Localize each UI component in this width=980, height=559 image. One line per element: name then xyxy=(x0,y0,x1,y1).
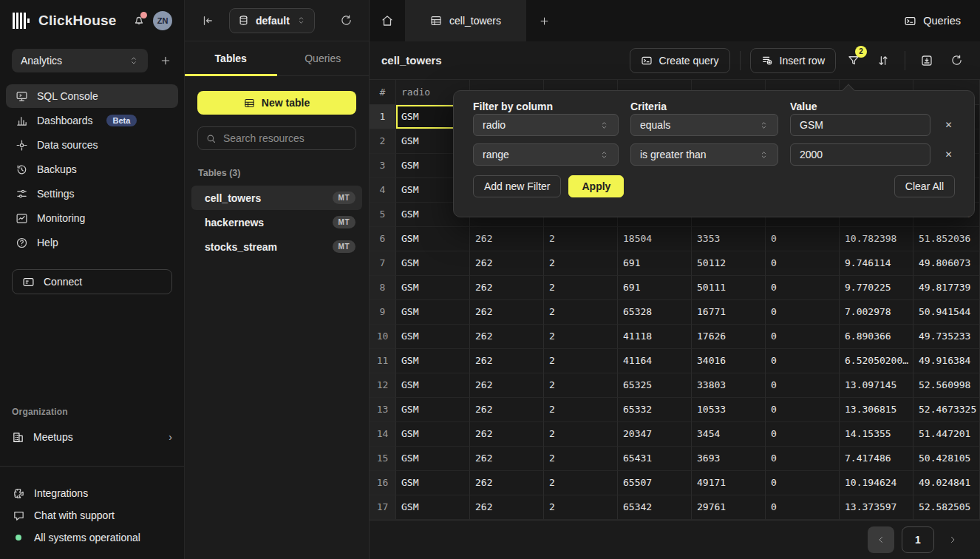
add-workspace-button[interactable] xyxy=(160,55,171,67)
table-cell[interactable]: 0 xyxy=(766,422,840,447)
sidebar-item-backups[interactable]: Backups xyxy=(6,157,178,181)
search-resources-input[interactable]: Search resources xyxy=(197,126,356,150)
clear-all-filters-button[interactable]: Clear All xyxy=(894,175,955,197)
insert-row-button[interactable]: Insert row xyxy=(750,48,836,73)
table-cell[interactable]: 2 xyxy=(544,373,618,398)
database-select[interactable]: default xyxy=(229,8,315,33)
table-cell[interactable]: 49.806073 xyxy=(913,251,980,276)
table-cell[interactable]: 52.560998 xyxy=(913,373,980,398)
table-cell[interactable]: 3693 xyxy=(692,447,766,471)
table-cell[interactable]: 52.582505 xyxy=(913,495,980,520)
tab-tables[interactable]: Tables xyxy=(185,41,277,75)
table-cell[interactable]: GSM xyxy=(396,276,470,300)
table-cell[interactable]: 0 xyxy=(766,495,840,520)
table-cell[interactable]: 49.916384 xyxy=(913,349,980,373)
table-cell[interactable]: 65431 xyxy=(618,447,692,471)
row-number[interactable]: 8 xyxy=(370,276,396,300)
table-list-item-cell_towers[interactable]: cell_towersMT xyxy=(191,186,362,210)
table-cell[interactable]: 262 xyxy=(470,300,544,325)
table-cell[interactable]: 49171 xyxy=(692,471,766,495)
row-number[interactable]: 4 xyxy=(370,178,396,203)
table-cell[interactable]: 2 xyxy=(544,471,618,495)
filter-criteria-select-1[interactable]: equals xyxy=(630,114,778,136)
row-number[interactable]: 12 xyxy=(370,373,396,398)
previous-page-button[interactable] xyxy=(868,526,894,553)
filter-value-input-2[interactable]: 2000 xyxy=(790,143,930,166)
table-cell[interactable]: 51.852036 xyxy=(913,227,980,251)
sidebar-item-meetups[interactable]: Meetups › xyxy=(12,424,172,450)
table-cell[interactable]: 262 xyxy=(470,398,544,422)
table-cell[interactable]: 2 xyxy=(544,300,618,325)
table-cell[interactable]: 7.417486 xyxy=(840,447,913,471)
table-cell[interactable]: 262 xyxy=(470,495,544,520)
table-cell[interactable]: 0 xyxy=(766,276,840,300)
sidebar-item-data-sources[interactable]: Data sources xyxy=(6,133,178,157)
home-tab-button[interactable] xyxy=(370,14,405,27)
table-cell[interactable]: 691 xyxy=(618,276,692,300)
table-cell[interactable]: 65325 xyxy=(618,373,692,398)
table-cell[interactable]: 6.890366 xyxy=(840,325,913,349)
table-cell[interactable]: 13.373597 xyxy=(840,495,913,520)
tab-queries[interactable]: Queries xyxy=(277,41,370,75)
tab-cell-towers[interactable]: cell_towers xyxy=(405,0,526,41)
table-cell[interactable]: GSM xyxy=(396,398,470,422)
table-cell[interactable]: 2 xyxy=(544,398,618,422)
table-cell[interactable]: GSM xyxy=(396,349,470,373)
user-avatar[interactable]: ZN xyxy=(153,11,172,30)
row-number[interactable]: 13 xyxy=(370,398,396,422)
table-cell[interactable]: 262 xyxy=(470,349,544,373)
table-cell[interactable]: 3454 xyxy=(692,422,766,447)
table-cell[interactable]: 262 xyxy=(470,447,544,471)
table-cell[interactable]: 0 xyxy=(766,447,840,471)
table-cell[interactable]: 50112 xyxy=(692,251,766,276)
table-list-item-hackernews[interactable]: hackernewsMT xyxy=(191,210,362,234)
table-cell[interactable]: 20347 xyxy=(618,422,692,447)
row-number[interactable]: 3 xyxy=(370,154,396,178)
workspace-select[interactable]: Analytics xyxy=(12,49,148,72)
add-new-filter-button[interactable]: Add new Filter xyxy=(473,175,561,197)
new-tab-button[interactable] xyxy=(526,16,562,27)
sidebar-item-monitoring[interactable]: Monitoring xyxy=(6,206,178,230)
table-cell[interactable]: GSM xyxy=(396,422,470,447)
table-cell[interactable]: 65342 xyxy=(618,495,692,520)
table-cell[interactable]: 16771 xyxy=(692,300,766,325)
system-status[interactable]: All systems operational xyxy=(12,526,172,549)
table-cell[interactable]: 17626 xyxy=(692,325,766,349)
table-cell[interactable]: 49.817739 xyxy=(913,276,980,300)
row-number[interactable]: 17 xyxy=(370,495,396,520)
sidebar-item-integrations[interactable]: Integrations xyxy=(12,482,172,504)
table-cell[interactable]: 50.428105 xyxy=(913,447,980,471)
table-cell[interactable]: 262 xyxy=(470,227,544,251)
table-cell[interactable]: 262 xyxy=(470,471,544,495)
table-cell[interactable]: 51.447201 xyxy=(913,422,980,447)
table-cell[interactable]: GSM xyxy=(396,447,470,471)
table-cell[interactable]: 7.002978 xyxy=(840,300,913,325)
row-number[interactable]: 10 xyxy=(370,325,396,349)
table-cell[interactable]: 2 xyxy=(544,251,618,276)
table-cell[interactable]: 2 xyxy=(544,422,618,447)
row-number[interactable]: 5 xyxy=(370,203,396,227)
table-cell[interactable]: GSM xyxy=(396,251,470,276)
table-cell[interactable]: 33803 xyxy=(692,373,766,398)
table-cell[interactable]: 65328 xyxy=(618,300,692,325)
table-cell[interactable]: 41164 xyxy=(618,349,692,373)
row-number[interactable]: 9 xyxy=(370,300,396,325)
table-cell[interactable]: 0 xyxy=(766,349,840,373)
table-cell[interactable]: 0 xyxy=(766,325,840,349)
table-cell[interactable]: 0 xyxy=(766,373,840,398)
table-cell[interactable]: 262 xyxy=(470,276,544,300)
table-cell[interactable]: 262 xyxy=(470,325,544,349)
row-number[interactable]: 6 xyxy=(370,227,396,251)
table-cell[interactable]: 262 xyxy=(470,251,544,276)
table-cell[interactable]: 2 xyxy=(544,325,618,349)
row-number[interactable]: 15 xyxy=(370,447,396,471)
table-cell[interactable]: 0 xyxy=(766,471,840,495)
table-cell[interactable]: GSM xyxy=(396,495,470,520)
table-cell[interactable]: 2 xyxy=(544,349,618,373)
table-cell[interactable]: 0 xyxy=(766,227,840,251)
row-number[interactable]: 16 xyxy=(370,471,396,495)
table-cell[interactable]: 50.941544 xyxy=(913,300,980,325)
table-cell[interactable]: GSM xyxy=(396,227,470,251)
filter-column-select-1[interactable]: radio xyxy=(473,114,619,136)
table-cell[interactable]: 262 xyxy=(470,422,544,447)
